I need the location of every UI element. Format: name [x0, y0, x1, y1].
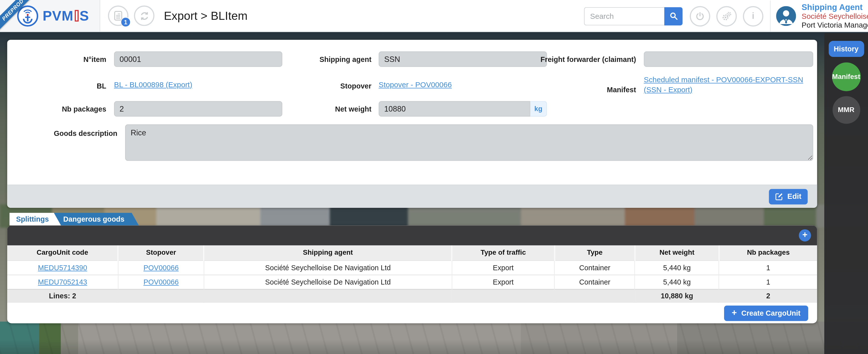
bl-label: BL: [18, 82, 106, 90]
freight-forwarder-field: [644, 51, 813, 67]
total-nb-packages: 2: [719, 289, 817, 303]
create-cargounit-label: Create CargoUnit: [741, 309, 800, 317]
header-tools: 1: [108, 5, 154, 26]
cell-shipping-agent: Société Seychelloise De Navigation Ltd: [204, 260, 452, 275]
page-title: Export > BLItem: [164, 9, 247, 22]
add-splitting-button[interactable]: +: [799, 229, 811, 241]
manifest-button[interactable]: Manifest: [832, 63, 861, 91]
logout-button[interactable]: [690, 6, 710, 26]
documents-button[interactable]: 1: [108, 5, 129, 26]
tab-dangerous-goods[interactable]: Dangerous goods: [54, 213, 138, 226]
info-icon: i: [752, 11, 754, 21]
shipping-agent-label: Shipping agent: [306, 55, 371, 63]
col-net-weight: Net weight: [635, 245, 719, 260]
goods-description-field: Rice: [125, 125, 813, 161]
net-weight-field: [379, 101, 530, 116]
cell-nb-packages: 1: [719, 275, 817, 289]
table-header-row: CargoUnit code Stopover Shipping agent T…: [7, 245, 817, 260]
info-button[interactable]: i: [743, 6, 764, 26]
search-button[interactable]: [664, 7, 683, 25]
net-weight-unit: kg: [530, 101, 547, 116]
lines-count: Lines: 2: [7, 289, 118, 303]
search-input[interactable]: [584, 7, 664, 25]
stopover-link[interactable]: POV00066: [144, 278, 179, 286]
edit-button[interactable]: Edit: [769, 189, 807, 204]
edit-button-label: Edit: [787, 192, 801, 201]
splittings-panel-footer: + Create CargoUnit: [7, 303, 817, 323]
goods-description-label: Goods description: [18, 129, 118, 138]
cargo-units-table: CargoUnit code Stopover Shipping agent T…: [7, 245, 817, 303]
refresh-icon: [139, 11, 149, 21]
user-role: Shipping Agent: [802, 2, 868, 12]
brand-wordmark: PVMS: [43, 8, 89, 24]
brand-hollow-i: [74, 10, 79, 22]
logo-zone[interactable]: PREPROD PVMS: [0, 0, 100, 32]
nb-packages-label: Nb packages: [18, 105, 106, 113]
cell-traffic: Export: [452, 260, 555, 275]
header-right: i Shipping Agent Société Seychelloise De…: [584, 0, 868, 32]
net-weight-label: Net weight: [306, 105, 371, 113]
stopover-link[interactable]: POV00066: [144, 263, 179, 272]
shipping-agent-field: [379, 51, 547, 67]
table-row: MEDU7052143 POV00066 Société Seychellois…: [7, 275, 817, 289]
splittings-panel: + CargoUnit code Stopover Shipping agent…: [7, 225, 817, 323]
cell-shipping-agent: Société Seychelloise De Navigation Ltd: [204, 275, 452, 289]
cell-net-weight: 5,440 kg: [635, 260, 719, 275]
cell-net-weight: 5,440 kg: [635, 275, 719, 289]
photo-rooftop-band: [0, 322, 868, 354]
manifest-label: Manifest: [528, 86, 636, 94]
mmr-button[interactable]: MMR: [832, 96, 860, 124]
freight-forwarder-label: Freight forwarder (claimant): [528, 55, 636, 63]
search-icon: [669, 11, 678, 20]
nb-packages-field: [114, 101, 282, 116]
cell-type: Container: [555, 275, 635, 289]
history-button[interactable]: History: [828, 41, 864, 57]
bl-link[interactable]: BL - BL000898 (Export): [114, 80, 192, 90]
table-row: MEDU5714390 POV00066 Société Seychellois…: [7, 260, 817, 275]
power-icon: [695, 11, 705, 21]
create-cargounit-button[interactable]: + Create CargoUnit: [724, 305, 808, 321]
settings-gears-icon: [721, 11, 732, 21]
user-info[interactable]: Shipping Agent Société Seychelloise De N…: [802, 2, 868, 30]
blitem-form: N°item Shipping agent Freight forwarder …: [7, 40, 817, 184]
blitem-detail-card: N°item Shipping agent Freight forwarder …: [7, 40, 817, 208]
col-cargounit-code: CargoUnit code: [7, 245, 118, 260]
table-footer-row: Lines: 2 10,880 kg 2: [7, 289, 817, 303]
tab-splittings[interactable]: Splittings: [9, 213, 61, 226]
total-net-weight: 10,880 kg: [635, 289, 719, 303]
search-group: [584, 7, 682, 25]
edit-pencil-icon: [775, 192, 783, 201]
pvmis-app: PREPROD PVMS 1: [0, 0, 868, 354]
manifest-link[interactable]: Scheduled manifest - POV00066-EXPORT-SSN…: [644, 75, 818, 95]
cargounit-code-link[interactable]: MEDU7052143: [38, 278, 87, 286]
col-stopover: Stopover: [118, 245, 204, 260]
header-icon-buttons: i: [690, 6, 763, 26]
col-shipping-agent: Shipping agent: [204, 245, 452, 260]
nitem-label: N°item: [18, 55, 106, 63]
cell-traffic: Export: [452, 275, 555, 289]
stopover-label: Stopover: [306, 82, 371, 90]
cargounit-code-link[interactable]: MEDU5714390: [38, 263, 87, 272]
settings-button[interactable]: [716, 6, 737, 26]
user-company: Société Seychelloise De Navigation Ltd: [802, 12, 868, 21]
col-type-of-traffic: Type of traffic: [452, 245, 555, 260]
nitem-field: [114, 51, 282, 67]
user-avatar[interactable]: [776, 6, 796, 26]
col-nb-packages: Nb packages: [719, 245, 817, 260]
plus-icon: +: [732, 308, 737, 318]
notification-badge: 1: [121, 17, 131, 27]
cell-nb-packages: 1: [719, 260, 817, 275]
cell-type: Container: [555, 260, 635, 275]
side-action-rail: History Manifest MMR: [824, 33, 868, 354]
card-footer: Edit: [7, 184, 817, 208]
top-bar: PREPROD PVMS 1: [0, 0, 868, 32]
stopover-link[interactable]: Stopover - POV00066: [379, 80, 452, 90]
col-type: Type: [555, 245, 635, 260]
splittings-panel-header: +: [7, 225, 817, 245]
header-divider: [770, 0, 771, 31]
refresh-button[interactable]: [134, 5, 154, 26]
detail-tabs: Splittings Dangerous goods: [9, 213, 138, 226]
user-organization: Port Victoria Managem: [802, 21, 868, 30]
